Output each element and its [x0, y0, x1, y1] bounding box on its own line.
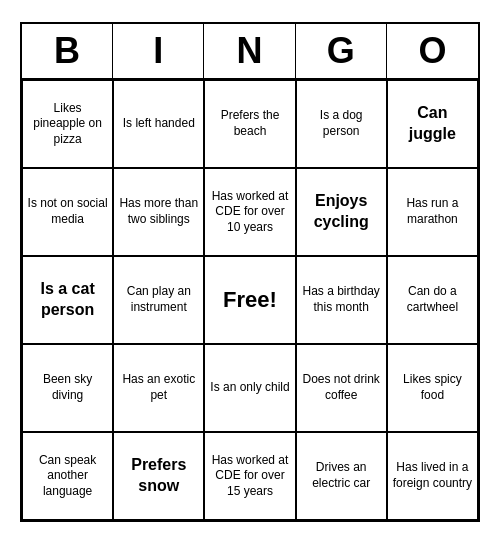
- cell-10[interactable]: Is a cat person: [22, 256, 113, 344]
- cell-21[interactable]: Prefers snow: [113, 432, 204, 520]
- header-letter-b: B: [22, 24, 113, 78]
- cell-15[interactable]: Been sky diving: [22, 344, 113, 432]
- header-letter-o: O: [387, 24, 478, 78]
- cell-22[interactable]: Has worked at CDE for over 15 years: [204, 432, 295, 520]
- cell-4[interactable]: Can juggle: [387, 80, 478, 168]
- cell-17[interactable]: Is an only child: [204, 344, 295, 432]
- free-space[interactable]: Free!: [204, 256, 295, 344]
- cell-6[interactable]: Has more than two siblings: [113, 168, 204, 256]
- cell-18[interactable]: Does not drink coffee: [296, 344, 387, 432]
- cell-3[interactable]: Is a dog person: [296, 80, 387, 168]
- header-letter-i: I: [113, 24, 204, 78]
- header-letter-g: G: [296, 24, 387, 78]
- cell-13[interactable]: Has a birthday this month: [296, 256, 387, 344]
- bingo-card: BINGO Likes pineapple on pizzaIs left ha…: [20, 22, 480, 522]
- cell-20[interactable]: Can speak another language: [22, 432, 113, 520]
- cell-7[interactable]: Has worked at CDE for over 10 years: [204, 168, 295, 256]
- cell-16[interactable]: Has an exotic pet: [113, 344, 204, 432]
- cell-14[interactable]: Can do a cartwheel: [387, 256, 478, 344]
- cell-5[interactable]: Is not on social media: [22, 168, 113, 256]
- cell-23[interactable]: Drives an electric car: [296, 432, 387, 520]
- cell-9[interactable]: Has run a marathon: [387, 168, 478, 256]
- cell-1[interactable]: Is left handed: [113, 80, 204, 168]
- bingo-grid: Likes pineapple on pizzaIs left handedPr…: [22, 80, 478, 520]
- cell-0[interactable]: Likes pineapple on pizza: [22, 80, 113, 168]
- bingo-header: BINGO: [22, 24, 478, 80]
- header-letter-n: N: [204, 24, 295, 78]
- cell-19[interactable]: Likes spicy food: [387, 344, 478, 432]
- cell-24[interactable]: Has lived in a foreign country: [387, 432, 478, 520]
- cell-2[interactable]: Prefers the beach: [204, 80, 295, 168]
- cell-8[interactable]: Enjoys cycling: [296, 168, 387, 256]
- cell-11[interactable]: Can play an instrument: [113, 256, 204, 344]
